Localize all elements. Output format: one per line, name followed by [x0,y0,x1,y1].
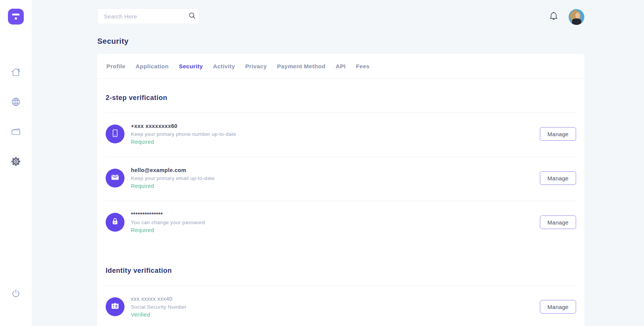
user-avatar[interactable] [569,9,584,25]
search-icon [188,11,197,22]
item-title: ************** [131,211,205,217]
tab-activity[interactable]: Activity [213,63,235,70]
topbar-right [549,8,584,25]
sidebar-item-settings[interactable] [10,156,22,168]
card-body: 2-step verification +xxx xxxxxxxx60 Keep… [97,79,584,326]
tabs: Profile Application Security Activity Pr… [97,54,584,79]
verification-item: @ hello@example.com Keep your primary em… [106,157,576,201]
tab-application[interactable]: Application [135,63,169,70]
settings-section: Identity verification xxx xxxxx xxx40 [106,245,576,326]
section-items: +xxx xxxxxxxx60 Keep your primary phone … [106,112,576,245]
section-title: 2-step verification [106,79,576,112]
sidebar-item-home[interactable] [10,67,22,79]
globe-icon [10,96,22,109]
verification-item: ************** You can change your passw… [106,201,576,245]
settings-section: 2-step verification +xxx xxxxxxxx60 Keep… [106,79,576,245]
item-status-badge: Required [131,227,205,233]
sidebar-item-wallet[interactable] [10,126,22,138]
verification-item: xxx xxxxx xxx40 Social Security Number V… [106,285,576,326]
item-icon-circle [106,213,124,232]
svg-text:@: @ [114,174,117,177]
item-title: xxx xxxxx xxx40 [131,296,187,302]
item-status-badge: Required [131,139,236,145]
page-title: Security [97,37,584,46]
topbar [97,0,584,25]
app-logo-icon[interactable] [8,9,24,25]
item-text: xxx xxxxx xxx40 Social Security Number V… [131,296,187,318]
settings-icon [10,156,22,169]
power-icon [10,294,22,300]
manage-button[interactable]: Manage [540,171,576,185]
item-text: ************** You can change your passw… [131,211,205,233]
manage-button[interactable]: Manage [540,300,576,314]
verification-item: +xxx xxxxxxxx60 Keep your primary phone … [106,112,576,157]
item-icon-circle [106,297,124,316]
notification-bell-icon[interactable] [549,11,559,23]
item-subtitle: Social Security Number [131,304,187,310]
sidebar [0,0,32,326]
lock-icon [110,217,120,228]
item-icon-circle [106,125,124,143]
sidebar-item-logout[interactable] [10,288,22,299]
tab-fees[interactable]: Fees [356,63,370,70]
main-content: Security Profile Application Security Ac… [32,0,644,326]
tab-privacy[interactable]: Privacy [245,63,267,70]
home-icon [10,66,22,79]
sidebar-item-global[interactable] [10,97,22,109]
manage-button[interactable]: Manage [540,215,576,229]
manage-button[interactable]: Manage [540,127,576,141]
search-button[interactable] [185,9,199,24]
tab-security[interactable]: Security [179,63,203,70]
tab-payment-method[interactable]: Payment Method [277,63,325,70]
section-items: xxx xxxxx xxx40 Social Security Number V… [106,285,576,326]
item-title: +xxx xxxxxxxx60 [131,123,236,129]
item-title: hello@example.com [131,167,215,173]
item-subtitle: You can change your password [131,220,205,225]
item-icon-circle: @ [106,169,124,188]
tab-api[interactable]: API [335,63,346,70]
email-icon: @ [110,172,120,184]
search-bar [97,8,199,24]
search-input[interactable] [98,9,185,24]
settings-card: Profile Application Security Activity Pr… [97,54,584,326]
item-text: +xxx xxxxxxxx60 Keep your primary phone … [131,123,236,145]
id-card-icon [110,301,120,312]
sidebar-nav [10,67,22,168]
item-status-badge: Required [131,183,215,189]
phone-icon [110,128,120,140]
wallet-icon [10,126,22,139]
item-subtitle: Keep your primary phone number up-to-dat… [131,131,236,137]
item-status-badge: Verified [131,312,187,318]
item-subtitle: Keep your primary email up-to-date [131,175,215,181]
tab-profile[interactable]: Profile [106,63,125,70]
section-title: Identity verification [106,245,576,285]
item-text: hello@example.com Keep your primary emai… [131,167,215,189]
